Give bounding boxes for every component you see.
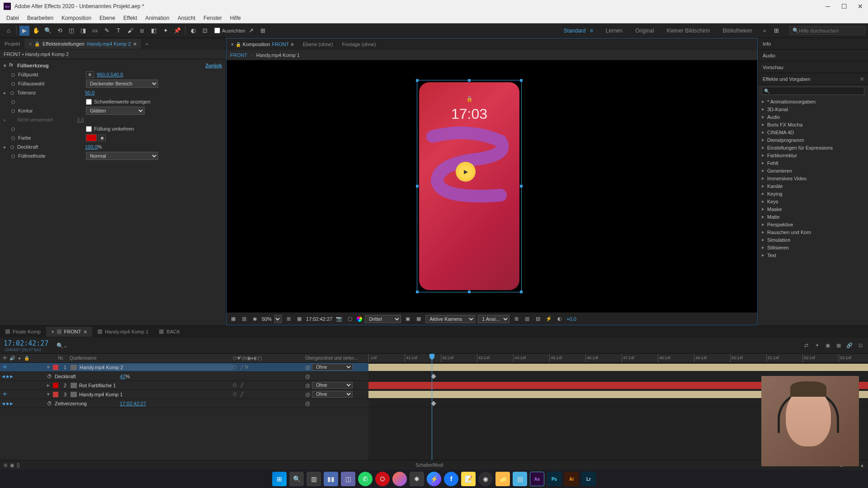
taskbar-explorer[interactable]: ▮▮	[324, 472, 338, 486]
brush-tool[interactable]: 🖌	[125, 26, 135, 36]
tl-tool-5[interactable]: 🔗	[845, 342, 854, 350]
roto-tool[interactable]: ✦	[160, 26, 170, 36]
timeline-tab[interactable]: BACK	[154, 327, 185, 337]
fast-preview-icon[interactable]: ⚡	[545, 315, 553, 323]
stopwatch-icon[interactable]	[10, 126, 16, 132]
help-search[interactable]: 🔍	[789, 26, 865, 35]
visibility-toggle[interactable]: 👁	[2, 392, 8, 397]
stamp-tool[interactable]: ⧈	[137, 26, 147, 36]
lock-icon[interactable]: 🔒	[236, 42, 241, 47]
taskbar-obs[interactable]: ◉	[478, 472, 493, 486]
effects-category[interactable]: ▸Maske	[758, 205, 868, 213]
effects-category[interactable]: ▸Audio	[758, 113, 868, 121]
taskbar-firefox[interactable]	[392, 472, 407, 486]
taskbar-app-1[interactable]: ✱	[410, 472, 424, 486]
home-tool[interactable]: ⌂	[4, 26, 14, 36]
next-kf-icon[interactable]: ▶	[10, 401, 13, 406]
layer-bar[interactable]	[368, 364, 868, 371]
effects-category[interactable]: ▸Perspektive	[758, 221, 868, 228]
effects-category[interactable]: ▸Farbkorrektur	[758, 151, 868, 159]
menu-effekt[interactable]: Effekt	[120, 14, 141, 23]
effects-category[interactable]: ▸Dienstprogramm	[758, 136, 868, 144]
panel-menu-icon[interactable]: ≡	[133, 41, 136, 47]
tl-toggle-2[interactable]: ▣	[10, 463, 14, 468]
tl-tool-6[interactable]: ⊡	[856, 342, 864, 350]
taskbar-notepad[interactable]: ▤	[513, 472, 527, 486]
tl-tool-3[interactable]: ▣	[824, 342, 832, 350]
stopwatch-icon[interactable]: ⏱	[47, 401, 52, 406]
layer-color[interactable]	[53, 383, 58, 388]
stopwatch-icon[interactable]	[10, 135, 16, 141]
composition-viewer[interactable]: 🔒 17:03	[226, 60, 757, 312]
effects-category[interactable]: ▸Stilisieren	[758, 244, 868, 251]
taskbar-whatsapp[interactable]: ✆	[358, 472, 373, 486]
tl-tool-4[interactable]: ▦	[835, 342, 843, 350]
stopwatch-icon[interactable]	[10, 71, 16, 78]
twirl-icon[interactable]: ▸	[4, 144, 9, 150]
pan-behind-tool[interactable]: ◨	[78, 26, 88, 36]
stopwatch-icon[interactable]	[9, 144, 15, 150]
reset-button[interactable]: Zurück	[205, 63, 222, 68]
timeline-layer-row[interactable]: ▸2Rot Farbfläche 1⬡╱@Ohne	[0, 381, 368, 390]
exposure-value[interactable]: +0,0	[566, 316, 576, 322]
camera-dropdown[interactable]: Aktive Kamera	[425, 315, 475, 323]
effects-category[interactable]: ▸Kanäle	[758, 182, 868, 190]
effects-search-input[interactable]	[771, 88, 862, 94]
taskbar-taskview[interactable]: ▥	[307, 472, 321, 486]
taskbar-opera[interactable]: O	[375, 472, 390, 486]
help-search-input[interactable]	[799, 28, 862, 33]
effect-twirl[interactable]: ▾	[4, 63, 9, 69]
grid-toggle-icon[interactable]: ▥	[240, 315, 248, 323]
layer-twirl[interactable]: ▾	[45, 391, 52, 397]
snap-opt-2[interactable]: ⊞	[258, 26, 268, 36]
property-value[interactable]: 17:02:42:27	[120, 401, 146, 406]
close-button[interactable]: ✕	[856, 2, 864, 10]
effects-category[interactable]: ▸CINEMA 4D	[758, 128, 868, 136]
prev-kf-icon[interactable]: ◀	[2, 401, 5, 406]
parent-dropdown[interactable]: Ohne	[312, 364, 353, 371]
pickwhip-icon[interactable]: @	[305, 392, 310, 397]
stopwatch-icon[interactable]	[9, 89, 15, 96]
close-icon[interactable]: ×	[29, 42, 32, 47]
property-value[interactable]: 42	[120, 374, 125, 379]
tab-preview[interactable]: Vorschau	[758, 61, 868, 73]
stopwatch-icon[interactable]	[10, 99, 16, 105]
property-row[interactable]: ◀◆▶⏱Zeitverzerrung17:02:42:27@	[0, 399, 368, 408]
property-row[interactable]: ◀◆▶⏱Deckkraft42%@	[0, 372, 368, 381]
tab-audio[interactable]: Audio	[758, 50, 868, 61]
contour-dropdown[interactable]: Glätten	[86, 107, 145, 115]
alpha-toggle-icon[interactable]: ▦	[229, 315, 237, 323]
stopwatch-icon[interactable]	[10, 108, 16, 114]
taskbar-start[interactable]: ⊞	[272, 472, 287, 486]
effects-category[interactable]: ▸Keying	[758, 190, 868, 197]
workspace-original[interactable]: Original	[629, 25, 660, 37]
prev-kf-icon[interactable]: ◀	[2, 374, 5, 379]
zoom-level[interactable]: 50%	[262, 316, 272, 322]
grid-icon[interactable]: ▦	[295, 315, 303, 323]
taskbar-folder[interactable]: 📁	[495, 472, 510, 486]
timeline-timecode[interactable]: 17:02:42:27	[4, 339, 48, 347]
tab-footage[interactable]: Footage (ohne)	[337, 39, 380, 49]
close-icon[interactable]: ×	[231, 42, 234, 47]
rotate-tool[interactable]: ⟲	[55, 26, 65, 36]
mask-toggle-icon[interactable]: ◉	[251, 315, 259, 323]
workspace-lernen[interactable]: Lernen	[599, 25, 629, 37]
timeline-layer-row[interactable]: 👁▾3Handy.mp4 Komp 1⬡╱@Ohne	[0, 390, 368, 399]
show-channel-icon[interactable]: ▢	[346, 315, 354, 323]
visibility-toggle[interactable]: 👁	[2, 365, 8, 370]
stopwatch-icon[interactable]	[10, 153, 16, 159]
crosshair-icon[interactable]: ⊕	[86, 71, 94, 78]
comp-nav-sub[interactable]: Handy.mp4 Komp 1	[256, 52, 300, 58]
threshold-checkbox[interactable]: Schwellenwerte anzeigen	[86, 99, 151, 105]
workspace-kleiner-bildschirm[interactable]: Kleiner Bildschirm	[660, 25, 717, 37]
effects-category[interactable]: ▸Keys	[758, 197, 868, 205]
layer-color[interactable]	[53, 392, 58, 397]
eraser-tool[interactable]: ◧	[149, 26, 159, 36]
layer-twirl[interactable]: ▸	[45, 382, 52, 388]
pickwhip-icon[interactable]: @	[305, 383, 310, 388]
taskbar-search[interactable]: 🔍	[289, 472, 304, 486]
snap-checkbox[interactable]: Ausrichten	[214, 28, 245, 33]
pickwhip-icon[interactable]: @	[305, 401, 310, 406]
extra-tool-2[interactable]: ⊡	[200, 26, 210, 36]
transparency-icon[interactable]: ▦	[415, 315, 423, 323]
